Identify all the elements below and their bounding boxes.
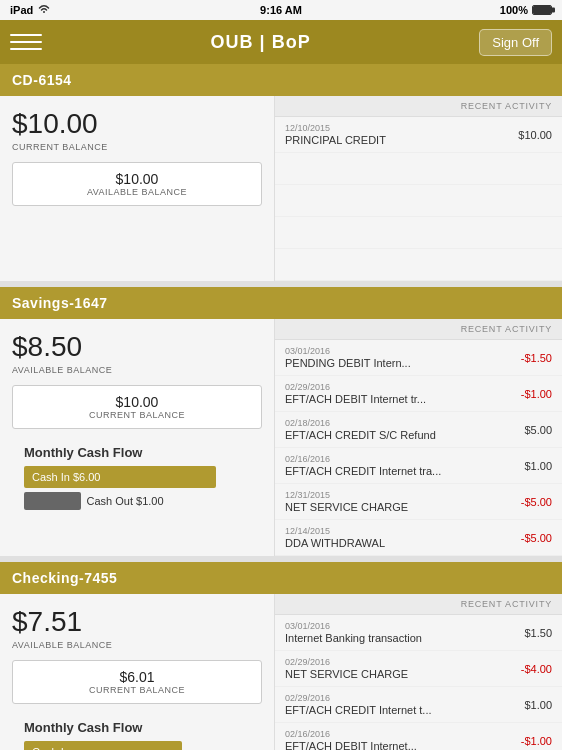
primary-balance-savings-1647: $8.50 bbox=[12, 331, 262, 363]
menu-line-1 bbox=[10, 34, 42, 36]
secondary-balance-amount-cd-6154: $10.00 bbox=[21, 171, 253, 187]
recent-activity-header-savings-1647: RECENT ACTIVITY bbox=[275, 319, 562, 340]
transaction-row-cd-6154-4[interactable] bbox=[275, 249, 562, 281]
transaction-left-savings-1647-0: 03/01/2016PENDING DEBIT Intern... bbox=[285, 346, 411, 369]
cash-out-bar-savings-1647 bbox=[24, 492, 81, 510]
carrier-label: iPad bbox=[10, 4, 33, 16]
cash-flow-title-checking-7455: Monthly Cash Flow bbox=[24, 720, 250, 735]
transaction-row-cd-6154-3[interactable] bbox=[275, 217, 562, 249]
transaction-date-savings-1647-5: 12/14/2015 bbox=[285, 526, 385, 536]
transaction-desc-checking-7455-1: NET SERVICE CHARGE bbox=[285, 668, 408, 680]
main-content[interactable]: CD-6154$10.00CURRENT BALANCE$10.00AVAILA… bbox=[0, 64, 562, 750]
transaction-row-cd-6154-1[interactable] bbox=[275, 153, 562, 185]
nav-bar: OUB | BoP Sign Off bbox=[0, 20, 562, 64]
transaction-left-savings-1647-2: 02/18/2016EFT/ACH CREDIT S/C Refund bbox=[285, 418, 436, 441]
transaction-date-savings-1647-3: 02/16/2016 bbox=[285, 454, 441, 464]
secondary-balance-amount-savings-1647: $10.00 bbox=[21, 394, 253, 410]
battery-fill bbox=[533, 6, 551, 14]
primary-balance-label-checking-7455: AVAILABLE BALANCE bbox=[12, 640, 262, 650]
transaction-desc-checking-7455-3: EFT/ACH DEBIT Internet... bbox=[285, 740, 417, 750]
transaction-left-cd-6154-0: 12/10/2015PRINCIPAL CREDIT bbox=[285, 123, 386, 146]
transaction-row-cd-6154-0[interactable]: 12/10/2015PRINCIPAL CREDIT$10.00 bbox=[275, 117, 562, 153]
transaction-desc-checking-7455-2: EFT/ACH CREDIT Internet t... bbox=[285, 704, 432, 716]
transaction-date-checking-7455-3: 02/16/2016 bbox=[285, 729, 417, 739]
transaction-row-cd-6154-2[interactable] bbox=[275, 185, 562, 217]
menu-line-3 bbox=[10, 48, 42, 50]
transaction-row-savings-1647-0[interactable]: 03/01/2016PENDING DEBIT Intern...-$1.50 bbox=[275, 340, 562, 376]
time-label: 9:16 AM bbox=[260, 4, 302, 16]
transaction-amount-savings-1647-2: $5.00 bbox=[524, 424, 552, 436]
transaction-date-checking-7455-2: 02/29/2016 bbox=[285, 693, 432, 703]
transaction-desc-savings-1647-0: PENDING DEBIT Intern... bbox=[285, 357, 411, 369]
account-right-checking-7455: RECENT ACTIVITY03/01/2016Internet Bankin… bbox=[275, 594, 562, 750]
transaction-amount-savings-1647-5: -$5.00 bbox=[521, 532, 552, 544]
recent-activity-header-cd-6154: RECENT ACTIVITY bbox=[275, 96, 562, 117]
transaction-left-checking-7455-2: 02/29/2016EFT/ACH CREDIT Internet t... bbox=[285, 693, 432, 716]
transaction-row-checking-7455-1[interactable]: 02/29/2016NET SERVICE CHARGE-$4.00 bbox=[275, 651, 562, 687]
cash-flow-savings-1647: Monthly Cash FlowCash In $6.00Cash Out $… bbox=[12, 437, 262, 518]
account-header-savings-1647[interactable]: Savings-1647 bbox=[0, 287, 562, 319]
menu-line-2 bbox=[10, 41, 42, 43]
cash-flow-title-savings-1647: Monthly Cash Flow bbox=[24, 445, 250, 460]
transaction-amount-savings-1647-4: -$5.00 bbox=[521, 496, 552, 508]
account-right-cd-6154: RECENT ACTIVITY12/10/2015PRINCIPAL CREDI… bbox=[275, 96, 562, 281]
status-left: iPad bbox=[10, 4, 51, 16]
transaction-row-checking-7455-3[interactable]: 02/16/2016EFT/ACH DEBIT Internet...-$1.0… bbox=[275, 723, 562, 750]
account-left-checking-7455: $7.51AVAILABLE BALANCE$6.01CURRENT BALAN… bbox=[0, 594, 275, 750]
cash-in-bar-checking-7455: Cash In bbox=[24, 741, 182, 750]
transaction-desc-savings-1647-3: EFT/ACH CREDIT Internet tra... bbox=[285, 465, 441, 477]
transaction-left-savings-1647-1: 02/29/2016EFT/ACH DEBIT Internet tr... bbox=[285, 382, 426, 405]
account-body-checking-7455: $7.51AVAILABLE BALANCE$6.01CURRENT BALAN… bbox=[0, 594, 562, 750]
account-header-checking-7455[interactable]: Checking-7455 bbox=[0, 562, 562, 594]
transaction-date-savings-1647-0: 03/01/2016 bbox=[285, 346, 411, 356]
transaction-date-checking-7455-1: 02/29/2016 bbox=[285, 657, 408, 667]
account-header-cd-6154[interactable]: CD-6154 bbox=[0, 64, 562, 96]
transaction-amount-savings-1647-3: $1.00 bbox=[524, 460, 552, 472]
transaction-left-savings-1647-3: 02/16/2016EFT/ACH CREDIT Internet tra... bbox=[285, 454, 441, 477]
transaction-row-savings-1647-2[interactable]: 02/18/2016EFT/ACH CREDIT S/C Refund$5.00 bbox=[275, 412, 562, 448]
account-body-cd-6154: $10.00CURRENT BALANCE$10.00AVAILABLE BAL… bbox=[0, 96, 562, 281]
transaction-left-savings-1647-5: 12/14/2015DDA WITHDRAWAL bbox=[285, 526, 385, 549]
app-title: OUB | BoP bbox=[211, 32, 311, 53]
transaction-desc-savings-1647-1: EFT/ACH DEBIT Internet tr... bbox=[285, 393, 426, 405]
transaction-date-checking-7455-0: 03/01/2016 bbox=[285, 621, 422, 631]
cash-in-label-checking-7455: Cash In bbox=[32, 746, 70, 750]
primary-balance-cd-6154: $10.00 bbox=[12, 108, 262, 140]
transaction-date-savings-1647-1: 02/29/2016 bbox=[285, 382, 426, 392]
transaction-date-cd-6154-0: 12/10/2015 bbox=[285, 123, 386, 133]
transaction-row-savings-1647-3[interactable]: 02/16/2016EFT/ACH CREDIT Internet tra...… bbox=[275, 448, 562, 484]
primary-balance-checking-7455: $7.51 bbox=[12, 606, 262, 638]
transaction-amount-cd-6154-0: $10.00 bbox=[518, 129, 552, 141]
sign-off-button[interactable]: Sign Off bbox=[479, 29, 552, 56]
transaction-row-savings-1647-5[interactable]: 12/14/2015DDA WITHDRAWAL-$5.00 bbox=[275, 520, 562, 556]
cash-out-label-savings-1647: Cash Out $1.00 bbox=[87, 495, 164, 507]
secondary-balance-amount-checking-7455: $6.01 bbox=[21, 669, 253, 685]
account-left-savings-1647: $8.50AVAILABLE BALANCE$10.00CURRENT BALA… bbox=[0, 319, 275, 556]
transaction-row-checking-7455-0[interactable]: 03/01/2016Internet Banking transaction$1… bbox=[275, 615, 562, 651]
transaction-row-checking-7455-2[interactable]: 02/29/2016EFT/ACH CREDIT Internet t...$1… bbox=[275, 687, 562, 723]
transaction-date-savings-1647-2: 02/18/2016 bbox=[285, 418, 436, 428]
transaction-amount-checking-7455-0: $1.50 bbox=[524, 627, 552, 639]
transaction-amount-savings-1647-1: -$1.00 bbox=[521, 388, 552, 400]
battery-icon bbox=[532, 5, 552, 15]
menu-button[interactable] bbox=[10, 26, 42, 58]
transaction-row-savings-1647-4[interactable]: 12/31/2015NET SERVICE CHARGE-$5.00 bbox=[275, 484, 562, 520]
transaction-desc-savings-1647-5: DDA WITHDRAWAL bbox=[285, 537, 385, 549]
transaction-desc-savings-1647-2: EFT/ACH CREDIT S/C Refund bbox=[285, 429, 436, 441]
transaction-left-checking-7455-0: 03/01/2016Internet Banking transaction bbox=[285, 621, 422, 644]
status-right: 100% bbox=[500, 4, 552, 16]
account-body-savings-1647: $8.50AVAILABLE BALANCE$10.00CURRENT BALA… bbox=[0, 319, 562, 556]
status-bar: iPad 9:16 AM 100% bbox=[0, 0, 562, 20]
primary-balance-label-savings-1647: AVAILABLE BALANCE bbox=[12, 365, 262, 375]
cash-out-container-savings-1647: Cash Out $1.00 bbox=[24, 492, 250, 510]
secondary-balance-box-checking-7455: $6.01CURRENT BALANCE bbox=[12, 660, 262, 704]
secondary-balance-label-cd-6154: AVAILABLE BALANCE bbox=[21, 187, 253, 197]
account-card-checking-7455: Checking-7455$7.51AVAILABLE BALANCE$6.01… bbox=[0, 562, 562, 750]
account-right-savings-1647: RECENT ACTIVITY03/01/2016PENDING DEBIT I… bbox=[275, 319, 562, 556]
cash-in-label-savings-1647: Cash In $6.00 bbox=[32, 471, 101, 483]
account-card-cd-6154: CD-6154$10.00CURRENT BALANCE$10.00AVAILA… bbox=[0, 64, 562, 281]
transaction-date-savings-1647-4: 12/31/2015 bbox=[285, 490, 408, 500]
transaction-row-savings-1647-1[interactable]: 02/29/2016EFT/ACH DEBIT Internet tr...-$… bbox=[275, 376, 562, 412]
transaction-left-savings-1647-4: 12/31/2015NET SERVICE CHARGE bbox=[285, 490, 408, 513]
battery-percent: 100% bbox=[500, 4, 528, 16]
